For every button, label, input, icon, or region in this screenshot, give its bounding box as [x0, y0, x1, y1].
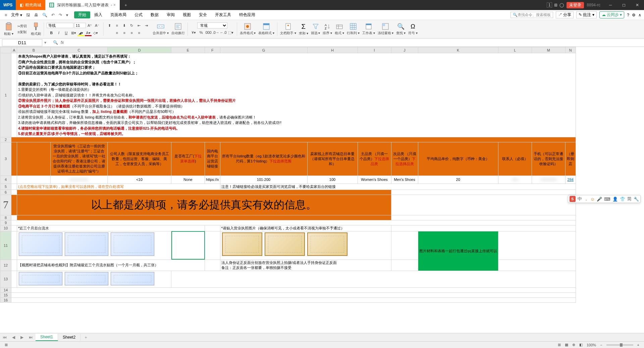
screenshot-image[interactable]	[19, 232, 62, 256]
cell[interactable]	[220, 231, 391, 260]
dropdown-icon[interactable]: ▾	[66, 13, 68, 17]
row-header[interactable]: 4	[0, 176, 11, 184]
license-image[interactable]	[307, 232, 347, 256]
banner-cell[interactable]: 以上都是必填项，请务必提供真实有效的信息。	[17, 195, 391, 215]
minimize-button[interactable]: ─	[604, 3, 617, 7]
tab-document[interactable]: 深圳市唯丽服...司入驻申请表 ▫ ×	[45, 0, 120, 10]
orientation-icon[interactable]: ↻	[128, 22, 135, 29]
cell[interactable]: 【截图时请把店铺名称也截到】附店铺最近三个月流水贴图（一个月一月截，共三张）	[17, 260, 205, 271]
zoom-out-icon[interactable]: −	[600, 343, 602, 347]
name-box-dropdown-icon[interactable]: ▾	[44, 40, 46, 45]
clear-format-icon[interactable]: ◇▾	[92, 29, 99, 36]
grid-icon[interactable]: ⊞	[554, 3, 557, 7]
zoom-in-icon[interactable]: +	[637, 343, 639, 347]
notify-icon[interactable]: ◯	[559, 3, 564, 7]
view-pagebreak-icon[interactable]: ▦	[565, 343, 568, 347]
align-top-icon[interactable]: ⬆	[106, 22, 113, 29]
sheet-tab-1[interactable]: Sheet1	[36, 334, 58, 341]
name-box[interactable]	[2, 39, 42, 46]
badge-1-icon[interactable]: 1	[547, 2, 552, 8]
menu-tab-review[interactable]: 审阅	[163, 10, 179, 20]
cell[interactable]: *请贴入营业执照图片（确保清晰可见，太小或者看不清视为审核不予通过）	[220, 225, 391, 231]
header-cell[interactable]: 主品类 （只填一个品类）下拉选择品类	[358, 142, 391, 176]
hamburger-icon[interactable]: ≡	[5, 13, 7, 17]
underline-icon[interactable]: U	[63, 29, 69, 36]
ime-punct[interactable]: ，	[584, 196, 588, 202]
font-size-combo[interactable]	[74, 23, 86, 28]
filter-button[interactable]: 筛选 ▾	[310, 23, 322, 36]
header-cell[interactable]: 手机（可以正常通话的，否则无法接收验证码）	[532, 142, 565, 176]
dropdown-icon[interactable]: ▫	[111, 3, 112, 7]
settings-icon[interactable]: ⚙	[632, 13, 636, 17]
col-header[interactable]: F	[205, 47, 220, 53]
row-header[interactable]: 6	[0, 190, 11, 195]
menu-tab-layout[interactable]: 页面布局	[106, 10, 130, 20]
license-image[interactable]	[222, 232, 262, 256]
help-icon[interactable]: ?	[627, 13, 629, 17]
font-color-icon[interactable]: A▾	[85, 29, 92, 36]
find-button[interactable]: 🔍查找 ▾	[395, 23, 407, 36]
row-header[interactable]: 3	[0, 142, 11, 176]
justify-icon[interactable]: ≡	[136, 29, 143, 36]
cell[interactable]: 20	[418, 176, 498, 184]
ime-emoji-icon[interactable]: ☺	[590, 197, 595, 202]
file-menu[interactable]: 文件 ▾	[9, 12, 24, 18]
italic-icon[interactable]: I	[55, 29, 62, 36]
col-header[interactable]: L	[498, 47, 532, 53]
indent-right-icon[interactable]: ⇥	[143, 22, 150, 29]
ime-mic-icon[interactable]: 🎤	[597, 197, 602, 202]
cond-format-button[interactable]: 条件格式 ▾	[238, 23, 257, 36]
zoom-level[interactable]: 100%	[587, 343, 596, 347]
search-input[interactable]: 🔍 查找命令、搜索模板	[511, 12, 553, 18]
undo-icon[interactable]: ↶	[51, 13, 55, 17]
fill-color-icon[interactable]: ◢▾	[77, 29, 84, 36]
col-header[interactable]: B	[17, 47, 51, 53]
freeze-button[interactable]: 冻结窗格 ▾	[376, 23, 395, 36]
print-icon[interactable]: 🖶	[34, 13, 38, 17]
cloud-sync-button[interactable]: ☁ 云同步 ▾	[599, 11, 625, 18]
symbol-button[interactable]: Ω符号 ▾	[407, 23, 419, 36]
tab-daoke[interactable]: ◧稻壳商城	[16, 0, 45, 10]
cell[interactable]: https://x	[205, 176, 220, 184]
share-button[interactable]: ↗ 分享	[556, 11, 574, 18]
header-cell[interactable]: 是否有工厂(下拉菜单选择)	[171, 142, 205, 176]
format-button[interactable]: 格式 ▾	[333, 23, 345, 36]
row-header[interactable]: 5	[0, 184, 11, 190]
close-button[interactable]: ✕	[631, 3, 644, 7]
collapse-ribbon-icon[interactable]: ∧	[638, 13, 641, 17]
align-center-icon[interactable]: ≡	[121, 29, 128, 36]
ime-person-icon[interactable]: 👤	[612, 197, 618, 202]
row-header[interactable]: 13	[0, 271, 11, 287]
align-middle-icon[interactable]: ≡	[114, 22, 120, 29]
decrease-font-icon[interactable]: A⁻	[94, 22, 101, 29]
col-header[interactable]: D	[108, 47, 171, 53]
zoom-slider[interactable]	[606, 344, 633, 346]
percent-icon[interactable]: %	[198, 29, 205, 36]
rowcol-button[interactable]: 行和列 ▾	[345, 23, 361, 36]
add-sheet-button[interactable]: ＋	[80, 335, 91, 340]
col-header[interactable]: E	[171, 47, 205, 53]
cell[interactable]: (点击空格出现下拉菜单)，如果没有可以选择的，请在空白处填写	[17, 184, 220, 190]
header-cell[interactable]: 营业执照编号（三证合一前的营业执照，请填"注册号"；三证合一后的营业执照，请填写…	[51, 142, 108, 176]
ime-toolbar[interactable]: S 中 ， ☺ 🎤 ⌨ 👤 👕 简 🔧	[568, 195, 641, 203]
cell[interactable]: 注意！店铺链接给必须是买家页面可浏览店铺，不要给卖家后台的链接	[220, 184, 576, 190]
cell[interactable]: 101-200	[220, 176, 307, 184]
menu-tab-security[interactable]: 安全	[195, 10, 211, 20]
sum-button[interactable]: Σ求和 ▾	[298, 23, 310, 36]
row-header[interactable]: 1	[0, 53, 11, 137]
col-header[interactable]: H	[307, 47, 358, 53]
comma-icon[interactable]: 000	[205, 29, 212, 36]
sheet-tab-2[interactable]: Sheet2	[58, 334, 80, 341]
preview-icon[interactable]: 🔍	[42, 13, 47, 17]
col-header[interactable]: N	[565, 47, 576, 53]
col-header[interactable]: J	[391, 47, 418, 53]
wrap-button[interactable]: 自动换行	[170, 23, 186, 36]
comment-button[interactable]: ✎ 批注 ▾	[576, 11, 597, 18]
merge-button[interactable]: 合并居中 ▾	[151, 23, 170, 36]
cell[interactable]: 284	[565, 176, 576, 184]
cell[interactable]: xxxxxxxxxx	[51, 176, 108, 184]
ime-lang[interactable]: 中	[578, 196, 582, 202]
header-cell[interactable]: 次品类 （只填一个品类）下拉选择品类	[391, 142, 418, 176]
instructions-cell[interactable]: 本表为Shopee商户入驻申请表，请认真查阅，满足以下条件再填写： ①商户为企业…	[17, 53, 576, 137]
header-cell[interactable]: 联系人（必填）	[498, 142, 532, 176]
